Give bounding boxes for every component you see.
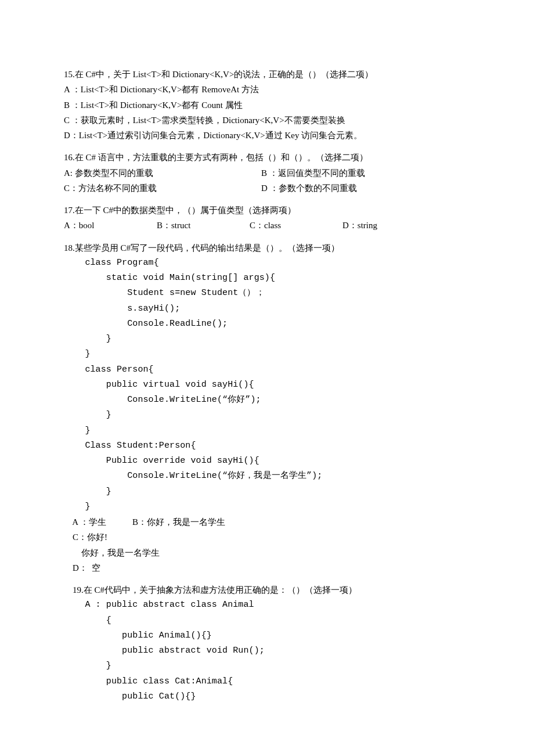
q19-code-block: A : public abstract class Animal { publi…: [64, 597, 470, 704]
code-line: }: [64, 332, 470, 347]
q16-option-c: C：方法名称不同的重载: [64, 181, 261, 196]
q18-stem: 18.某些学员用 C#写了一段代码，代码的输出结果是（）。（选择一项）: [64, 240, 470, 255]
code-line: Public override void sayHi(){: [64, 453, 470, 469]
question-18: 18.某些学员用 C#写了一段代码，代码的输出结果是（）。（选择一项） clas…: [64, 240, 470, 576]
q17-option-a: A：bool: [64, 218, 157, 233]
q16-option-a: A: 参数类型不同的重载: [64, 165, 261, 181]
q18-option-d: D： 空: [64, 560, 470, 575]
code-line: }: [64, 408, 470, 423]
q17-option-b: B：struct: [157, 218, 250, 233]
code-line: class Person{: [64, 362, 470, 377]
code-line: }: [64, 499, 470, 514]
code-line: {: [64, 613, 470, 628]
code-line: Console.WriteLine(“你好”);: [64, 393, 470, 408]
code-line: }: [64, 423, 470, 438]
q16-stem: 16.在 C# 语言中，方法重载的主要方式有两种，包括（）和（）。（选择二项）: [64, 150, 470, 165]
question-15: 15.在 C#中，关于 List<T>和 Dictionary<K,V>的说法，…: [64, 67, 470, 143]
code-line: }: [64, 658, 470, 674]
q18-option-c-line2: 你好，我是一名学生: [64, 545, 470, 560]
code-line: public class Cat:Animal{: [64, 674, 470, 689]
q17-stem: 17.在一下 C#中的数据类型中，（）属于值类型（选择两项）: [64, 203, 470, 218]
q15-option-a: A ：List<T>和 Dictionary<K,V>都有 RemoveAt 方…: [64, 82, 470, 97]
code-line: }: [64, 484, 470, 499]
code-line: public virtual void sayHi(){: [64, 377, 470, 393]
code-line: Class Student:Person{: [64, 438, 470, 453]
q15-option-c: C ：获取元素时，List<T>需求类型转换，Dictionary<K,V>不需…: [64, 113, 470, 128]
code-line: Console.WriteLine(“你好，我是一名学生”);: [64, 469, 470, 484]
q16-option-b: B ：返回值类型不同的重载: [261, 165, 435, 181]
question-16: 16.在 C# 语言中，方法重载的主要方式有两种，包括（）和（）。（选择二项） …: [64, 150, 470, 196]
code-line: }: [64, 347, 470, 362]
q15-stem: 15.在 C#中，关于 List<T>和 Dictionary<K,V>的说法，…: [64, 67, 470, 82]
code-line: s.sayHi();: [64, 301, 470, 316]
question-19: 19.在 C#代码中，关于抽象方法和虚方法使用正确的是：（）（选择一项） A :…: [64, 582, 470, 704]
code-line: public abstract void Run();: [64, 643, 470, 658]
q15-option-d: D：List<T>通过索引访问集合元素，Dictionary<K,V>通过 Ke…: [64, 128, 470, 143]
code-line: public Animal(){}: [64, 628, 470, 643]
code-line: Console.ReadLine();: [64, 316, 470, 332]
q18-option-ab: A ：学生 B：你好，我是一名学生: [64, 514, 470, 530]
q17-option-d: D：string: [342, 218, 435, 233]
q19-stem: 19.在 C#代码中，关于抽象方法和虚方法使用正确的是：（）（选择一项）: [64, 582, 470, 597]
code-line: static void Main(string[] args){: [64, 271, 470, 286]
q17-option-c: C：class: [250, 218, 342, 233]
code-line: public Cat(){}: [64, 689, 470, 704]
code-line: class Program{: [64, 255, 470, 271]
q18-option-c: C：你好!: [64, 530, 470, 545]
code-line: Student s=new Student（）；: [64, 286, 470, 301]
question-17: 17.在一下 C#中的数据类型中，（）属于值类型（选择两项） A：bool B：…: [64, 203, 470, 233]
q16-option-d: D ：参数个数的不同重载: [261, 181, 435, 196]
q15-option-b: B ：List<T>和 Dictionary<K,V>都有 Count 属性: [64, 98, 470, 113]
document-page: 15.在 C#中，关于 List<T>和 Dictionary<K,V>的说法，…: [0, 0, 534, 746]
q18-code-block: class Program{ static void Main(string[]…: [64, 255, 470, 514]
code-line: A : public abstract class Animal: [64, 597, 470, 613]
